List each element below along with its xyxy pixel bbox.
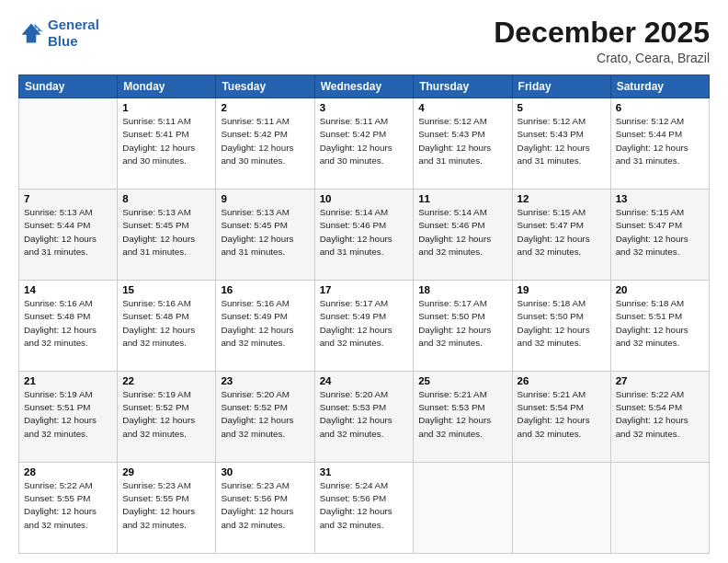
calendar-cell: 7Sunrise: 5:13 AM Sunset: 5:44 PM Daylig… bbox=[19, 190, 118, 281]
day-number: 14 bbox=[24, 284, 112, 295]
calendar-cell: 4Sunrise: 5:12 AM Sunset: 5:43 PM Daylig… bbox=[414, 98, 512, 190]
day-number: 10 bbox=[320, 193, 409, 204]
day-number: 28 bbox=[24, 466, 112, 477]
day-info: Sunrise: 5:15 AM Sunset: 5:47 PM Dayligh… bbox=[616, 206, 704, 259]
day-info: Sunrise: 5:21 AM Sunset: 5:53 PM Dayligh… bbox=[418, 388, 506, 441]
day-info: Sunrise: 5:13 AM Sunset: 5:45 PM Dayligh… bbox=[221, 206, 309, 259]
calendar-header-row: SundayMondayTuesdayWednesdayThursdayFrid… bbox=[19, 75, 710, 98]
day-number: 1 bbox=[122, 102, 210, 113]
calendar-week-row: 28Sunrise: 5:22 AM Sunset: 5:55 PM Dayli… bbox=[19, 463, 710, 554]
day-number: 8 bbox=[122, 193, 210, 204]
page: General Blue December 2025 Crato, Ceara,… bbox=[0, 0, 728, 563]
col-header-monday: Monday bbox=[118, 75, 216, 98]
svg-marker-0 bbox=[22, 24, 41, 43]
day-number: 19 bbox=[518, 284, 606, 295]
calendar-cell: 28Sunrise: 5:22 AM Sunset: 5:55 PM Dayli… bbox=[19, 463, 118, 554]
day-number: 31 bbox=[320, 466, 409, 477]
day-number: 22 bbox=[122, 375, 210, 386]
calendar-cell: 10Sunrise: 5:14 AM Sunset: 5:46 PM Dayli… bbox=[314, 190, 414, 281]
day-info: Sunrise: 5:22 AM Sunset: 5:55 PM Dayligh… bbox=[24, 479, 112, 532]
day-info: Sunrise: 5:17 AM Sunset: 5:49 PM Dayligh… bbox=[320, 297, 409, 350]
logo-line2: Blue bbox=[48, 33, 78, 49]
calendar-cell: 5Sunrise: 5:12 AM Sunset: 5:43 PM Daylig… bbox=[512, 98, 610, 190]
day-number: 30 bbox=[221, 466, 309, 477]
calendar-cell: 26Sunrise: 5:21 AM Sunset: 5:54 PM Dayli… bbox=[512, 372, 610, 463]
col-header-tuesday: Tuesday bbox=[216, 75, 314, 98]
day-info: Sunrise: 5:22 AM Sunset: 5:54 PM Dayligh… bbox=[616, 388, 704, 441]
calendar-cell: 15Sunrise: 5:16 AM Sunset: 5:48 PM Dayli… bbox=[118, 281, 216, 372]
calendar-cell: 11Sunrise: 5:14 AM Sunset: 5:46 PM Dayli… bbox=[414, 190, 512, 281]
calendar-cell bbox=[610, 463, 709, 554]
day-info: Sunrise: 5:16 AM Sunset: 5:48 PM Dayligh… bbox=[122, 297, 210, 350]
day-number: 7 bbox=[24, 193, 112, 204]
calendar-week-row: 1Sunrise: 5:11 AM Sunset: 5:41 PM Daylig… bbox=[19, 98, 710, 190]
day-number: 29 bbox=[122, 466, 210, 477]
col-header-thursday: Thursday bbox=[414, 75, 512, 98]
day-info: Sunrise: 5:11 AM Sunset: 5:42 PM Dayligh… bbox=[221, 115, 309, 167]
calendar-cell: 1Sunrise: 5:11 AM Sunset: 5:41 PM Daylig… bbox=[118, 98, 216, 190]
col-header-saturday: Saturday bbox=[610, 75, 709, 98]
day-number: 4 bbox=[418, 102, 506, 113]
calendar-cell: 23Sunrise: 5:20 AM Sunset: 5:52 PM Dayli… bbox=[216, 372, 314, 463]
calendar-table: SundayMondayTuesdayWednesdayThursdayFrid… bbox=[18, 75, 710, 554]
col-header-friday: Friday bbox=[512, 75, 610, 98]
logo: General Blue bbox=[18, 17, 99, 50]
calendar-cell: 17Sunrise: 5:17 AM Sunset: 5:49 PM Dayli… bbox=[314, 281, 414, 372]
day-number: 5 bbox=[518, 102, 606, 113]
day-info: Sunrise: 5:16 AM Sunset: 5:48 PM Dayligh… bbox=[24, 297, 112, 350]
calendar-cell: 6Sunrise: 5:12 AM Sunset: 5:44 PM Daylig… bbox=[610, 98, 709, 190]
calendar-cell: 18Sunrise: 5:17 AM Sunset: 5:50 PM Dayli… bbox=[414, 281, 512, 372]
calendar-cell: 24Sunrise: 5:20 AM Sunset: 5:53 PM Dayli… bbox=[314, 372, 414, 463]
calendar-cell bbox=[19, 98, 118, 190]
logo-line1: General bbox=[48, 17, 99, 32]
calendar-cell: 27Sunrise: 5:22 AM Sunset: 5:54 PM Dayli… bbox=[610, 372, 709, 463]
day-info: Sunrise: 5:13 AM Sunset: 5:45 PM Dayligh… bbox=[122, 206, 210, 259]
calendar-cell: 16Sunrise: 5:16 AM Sunset: 5:49 PM Dayli… bbox=[216, 281, 314, 372]
day-info: Sunrise: 5:12 AM Sunset: 5:43 PM Dayligh… bbox=[518, 115, 606, 167]
calendar-cell: 25Sunrise: 5:21 AM Sunset: 5:53 PM Dayli… bbox=[414, 372, 512, 463]
day-number: 2 bbox=[221, 102, 309, 113]
title-block: December 2025 Crato, Ceara, Brazil bbox=[494, 17, 710, 65]
day-number: 20 bbox=[616, 284, 704, 295]
calendar-cell: 29Sunrise: 5:23 AM Sunset: 5:55 PM Dayli… bbox=[118, 463, 216, 554]
day-info: Sunrise: 5:14 AM Sunset: 5:46 PM Dayligh… bbox=[320, 206, 409, 259]
day-number: 6 bbox=[616, 102, 704, 113]
calendar-cell: 20Sunrise: 5:18 AM Sunset: 5:51 PM Dayli… bbox=[610, 281, 709, 372]
day-info: Sunrise: 5:17 AM Sunset: 5:50 PM Dayligh… bbox=[418, 297, 506, 350]
calendar-cell: 31Sunrise: 5:24 AM Sunset: 5:56 PM Dayli… bbox=[314, 463, 414, 554]
day-number: 26 bbox=[518, 375, 606, 386]
calendar-cell: 12Sunrise: 5:15 AM Sunset: 5:47 PM Dayli… bbox=[512, 190, 610, 281]
day-info: Sunrise: 5:21 AM Sunset: 5:54 PM Dayligh… bbox=[518, 388, 606, 441]
header: General Blue December 2025 Crato, Ceara,… bbox=[18, 17, 710, 65]
calendar-cell bbox=[512, 463, 610, 554]
day-number: 17 bbox=[320, 284, 409, 295]
logo-icon bbox=[18, 20, 44, 46]
day-info: Sunrise: 5:14 AM Sunset: 5:46 PM Dayligh… bbox=[418, 206, 506, 259]
day-info: Sunrise: 5:16 AM Sunset: 5:49 PM Dayligh… bbox=[221, 297, 309, 350]
calendar-cell: 19Sunrise: 5:18 AM Sunset: 5:50 PM Dayli… bbox=[512, 281, 610, 372]
calendar-cell: 21Sunrise: 5:19 AM Sunset: 5:51 PM Dayli… bbox=[19, 372, 118, 463]
day-number: 9 bbox=[221, 193, 309, 204]
day-number: 15 bbox=[122, 284, 210, 295]
day-number: 11 bbox=[418, 193, 506, 204]
day-number: 23 bbox=[221, 375, 309, 386]
calendar-cell: 30Sunrise: 5:23 AM Sunset: 5:56 PM Dayli… bbox=[216, 463, 314, 554]
day-number: 18 bbox=[418, 284, 506, 295]
day-info: Sunrise: 5:20 AM Sunset: 5:52 PM Dayligh… bbox=[221, 388, 309, 441]
day-number: 21 bbox=[24, 375, 112, 386]
logo-text: General Blue bbox=[48, 17, 99, 50]
calendar-week-row: 21Sunrise: 5:19 AM Sunset: 5:51 PM Dayli… bbox=[19, 372, 710, 463]
day-info: Sunrise: 5:20 AM Sunset: 5:53 PM Dayligh… bbox=[320, 388, 409, 441]
day-number: 13 bbox=[616, 193, 704, 204]
calendar-cell: 9Sunrise: 5:13 AM Sunset: 5:45 PM Daylig… bbox=[216, 190, 314, 281]
calendar-cell: 13Sunrise: 5:15 AM Sunset: 5:47 PM Dayli… bbox=[610, 190, 709, 281]
day-number: 25 bbox=[418, 375, 506, 386]
subtitle: Crato, Ceara, Brazil bbox=[494, 51, 710, 65]
day-info: Sunrise: 5:11 AM Sunset: 5:41 PM Dayligh… bbox=[122, 115, 210, 167]
day-info: Sunrise: 5:19 AM Sunset: 5:51 PM Dayligh… bbox=[24, 388, 112, 441]
day-info: Sunrise: 5:24 AM Sunset: 5:56 PM Dayligh… bbox=[320, 479, 409, 532]
calendar-cell: 8Sunrise: 5:13 AM Sunset: 5:45 PM Daylig… bbox=[118, 190, 216, 281]
day-info: Sunrise: 5:23 AM Sunset: 5:56 PM Dayligh… bbox=[221, 479, 309, 532]
day-info: Sunrise: 5:12 AM Sunset: 5:43 PM Dayligh… bbox=[418, 115, 506, 167]
day-number: 24 bbox=[320, 375, 409, 386]
